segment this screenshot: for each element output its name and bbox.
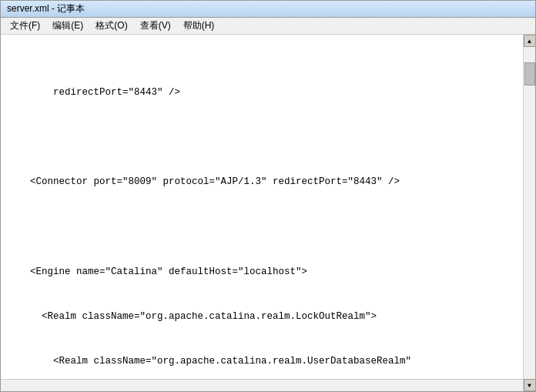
title-bar: server.xml - 记事本	[1, 1, 535, 18]
notepad-window: server.xml - 记事本 文件(F) 编辑(E) 格式(O) 查看(V)…	[0, 0, 536, 392]
code-line: <Realm className="org.apache.catalina.re…	[7, 310, 535, 324]
menu-bar: 文件(F) 编辑(E) 格式(O) 查看(V) 帮助(H)	[1, 18, 535, 35]
horizontal-scrollbar[interactable]	[1, 379, 523, 391]
content-area: redirectPort="8443" /> <Connector port="…	[1, 35, 535, 391]
code-line	[7, 130, 535, 145]
menu-help[interactable]: 帮助(H)	[177, 18, 221, 34]
menu-edit[interactable]: 编辑(E)	[46, 18, 89, 34]
window-title: server.xml - 记事本	[7, 2, 85, 15]
scroll-down-button[interactable]: ▼	[524, 379, 536, 391]
code-content: redirectPort="8443" /> <Connector port="…	[7, 41, 535, 391]
code-line	[7, 220, 535, 235]
scroll-up-button[interactable]: ▲	[524, 35, 536, 47]
code-line: redirectPort="8443" />	[7, 85, 535, 100]
scroll-thumb[interactable]	[524, 62, 535, 85]
menu-file[interactable]: 文件(F)	[4, 18, 46, 34]
menu-format[interactable]: 格式(O)	[89, 18, 133, 34]
vertical-scrollbar[interactable]: ▲ ▼	[523, 35, 535, 391]
code-line: <Engine name="Catalina" defaultHost="loc…	[7, 265, 535, 280]
code-line: <Realm className="org.apache.catalina.re…	[7, 354, 535, 369]
code-line: <Connector port="8009" protocol="AJP/1.3…	[7, 175, 535, 189]
menu-view[interactable]: 查看(V)	[134, 18, 177, 34]
